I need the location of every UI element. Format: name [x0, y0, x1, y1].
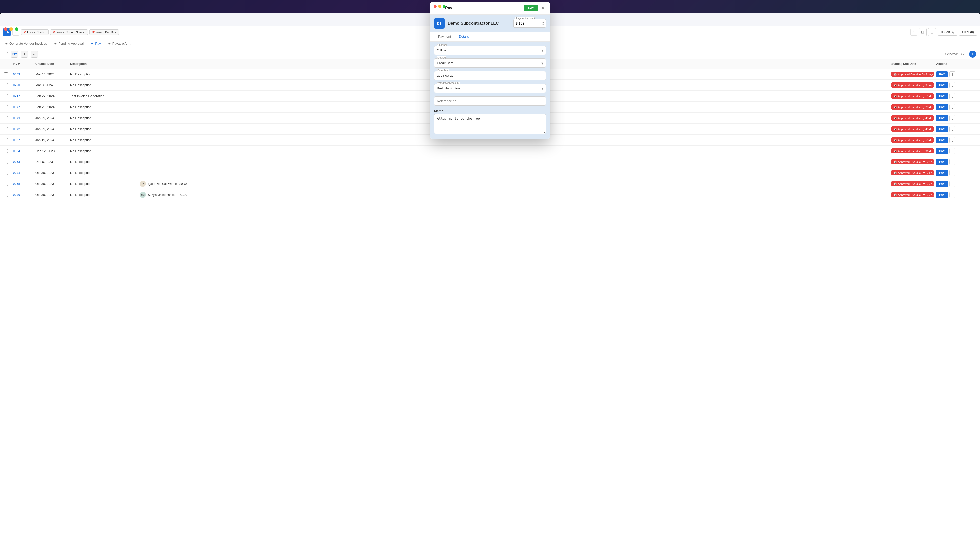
pin-icon: 📌: [23, 31, 26, 34]
inv-number-0063: 0063: [13, 160, 35, 164]
inv-number-0077: 0077: [13, 105, 35, 109]
generate-icon: ✦: [5, 41, 8, 46]
payable-label: Payable An...: [112, 41, 132, 45]
created-date-0072: Jan 29, 2024: [35, 127, 70, 131]
modal-tab-payment[interactable]: Payment: [434, 32, 455, 41]
row-checkbox-0071[interactable]: [4, 116, 8, 120]
invoices-table: Inv # Created Date Description Status | …: [0, 59, 490, 266]
created-date-0077: Feb 23, 2024: [35, 105, 70, 109]
main-close-button[interactable]: [4, 27, 8, 31]
table-row: 0064 Dec 12, 2023 No Description 📅 Appro…: [0, 145, 490, 156]
created-date-0058: Oct 30, 2023: [35, 182, 70, 186]
modal-company-area: DS Demo Subcontractor LLC Payment Amount…: [430, 15, 490, 32]
modal-tab-details[interactable]: Details: [455, 32, 473, 41]
memo-textarea[interactable]: Attachments to the roof.: [434, 114, 490, 134]
description-0071: No Description: [70, 116, 140, 120]
main-content-area: TA ‹ 📌 Invoice Number 📌 Invoice Custom N…: [0, 13, 490, 266]
invoice-due-date-column-tag[interactable]: 📌 Invoice Due Date: [89, 29, 119, 35]
download-icon: ⬇: [23, 52, 26, 56]
select-all-checkbox[interactable]: [4, 52, 8, 56]
download-btn[interactable]: ⬇: [21, 51, 28, 57]
vendor-avatar-0058: IY: [140, 181, 146, 187]
description-0020: No Description: [70, 193, 140, 196]
row-checkbox-0063[interactable]: [4, 160, 8, 164]
pending-icon: ✦: [54, 41, 57, 46]
pay-modal: Pay PAY × DS Demo Subcontractor LLC Paym…: [430, 2, 490, 139]
modal-close-traffic[interactable]: [434, 5, 437, 8]
row-checkbox-0003[interactable]: [4, 72, 8, 76]
table-controls: PAY ⬇ 🖨 Selected: 0 / 72 +: [0, 49, 490, 59]
row-checkbox-0072[interactable]: [4, 127, 8, 131]
invoice-custom-number-column-tag[interactable]: 📌 Invoice Custom Number: [50, 29, 88, 35]
modal-body: Channel Offline Online Check ▾ Method Cr…: [430, 41, 490, 139]
tab-pay[interactable]: ✦ Pay: [90, 38, 102, 49]
row-checkbox-0021[interactable]: [4, 171, 8, 175]
modal-header: Pay PAY ×: [430, 2, 490, 15]
pin-icon-2: 📌: [52, 31, 55, 34]
col-created-date: Created Date: [35, 62, 70, 65]
method-select[interactable]: Credit Card ACH Check Cash: [434, 58, 490, 67]
description-0063: No Description: [70, 160, 140, 164]
row-checkbox-0064[interactable]: [4, 149, 8, 153]
main-expand-button[interactable]: [15, 27, 18, 31]
created-date-0071: Jan 29, 2024: [35, 116, 70, 120]
inv-number-0067: 0067: [13, 138, 35, 142]
row-checkbox-0058[interactable]: [4, 182, 8, 186]
print-btn[interactable]: 🖨: [31, 51, 38, 57]
date-sent-input[interactable]: [434, 71, 490, 80]
tab-generate-invoices[interactable]: ✦ Generate Vendor Invoices: [4, 38, 48, 49]
inv-number-0020: 0020: [13, 193, 35, 196]
withdrawal-account-select[interactable]: Brett Harrington Other Account: [434, 84, 490, 93]
reference-input[interactable]: [434, 96, 490, 106]
invoice-custom-number-label: Invoice Custom Number: [56, 31, 86, 34]
row-checkbox-0067[interactable]: [4, 138, 8, 142]
method-label: Method: [437, 56, 446, 59]
table-row: 0020 Oct 30, 2023 No Description SM Suzy…: [0, 189, 490, 200]
modal-traffic-lights: [434, 5, 446, 8]
description-0717: Test Invoice Generation: [70, 94, 140, 98]
row-checkbox-0020[interactable]: [4, 193, 8, 197]
channel-field: Channel Offline Online Check ▾: [434, 46, 490, 55]
main-window-traffic-lights: [4, 27, 18, 31]
description-0064: No Description: [70, 149, 140, 153]
created-date-0067: Jan 19, 2024: [35, 138, 70, 142]
print-icon: 🖨: [33, 52, 36, 56]
created-date-0717: Feb 27, 2024: [35, 94, 70, 98]
row-checkbox-0717[interactable]: [4, 94, 8, 98]
invoice-number-column-tag[interactable]: 📌 Invoice Number: [21, 29, 49, 35]
description-0067: No Description: [70, 138, 140, 142]
modal-minimize-traffic[interactable]: [438, 5, 441, 8]
tab-payable-an[interactable]: ✦ Payable An...: [107, 38, 132, 49]
created-date-0021: Oct 30, 2023: [35, 171, 70, 175]
table-header-row: Inv # Created Date Description Status | …: [0, 59, 490, 69]
company-avatar: DS: [434, 18, 445, 29]
channel-label: Channel: [437, 44, 447, 46]
created-date-0063: Dec 6, 2023: [35, 160, 70, 164]
inv-number-0064: 0064: [13, 149, 35, 153]
vendor-name-0058: Igall's You Call We Fix: [148, 182, 177, 186]
row-checkbox-0720[interactable]: [4, 83, 8, 87]
payment-tab-label: Payment: [438, 35, 451, 38]
table-row: 0058 Oct 30, 2023 No Description IY Igal…: [0, 179, 490, 189]
modal-tabs: Payment Details: [430, 32, 490, 41]
modal-expand-traffic[interactable]: [443, 5, 446, 8]
main-minimize-button[interactable]: [10, 27, 13, 31]
description-0720: No Description: [70, 83, 140, 87]
description-0077: No Description: [70, 105, 140, 109]
row-checkbox-0077[interactable]: [4, 105, 8, 109]
tab-pending-approval[interactable]: ✦ Pending Approval: [53, 38, 85, 49]
date-sent-field: Date Sent: [434, 71, 490, 80]
table-row: 0063 Dec 6, 2023 No Description 📅 Approv…: [0, 156, 490, 168]
pay-icon: PAY: [12, 53, 17, 56]
reference-field: [434, 96, 490, 106]
description-0072: No Description: [70, 127, 140, 131]
channel-select[interactable]: Offline Online Check: [434, 46, 490, 55]
invoice-due-date-label: Invoice Due Date: [95, 31, 116, 34]
dash-0058: -: [189, 182, 190, 186]
pay-action-btn[interactable]: PAY: [11, 51, 18, 57]
memo-section: Memo Attachments to the roof.: [434, 109, 490, 135]
top-decorative-bar: [0, 0, 490, 13]
company-initials: DS: [437, 22, 442, 26]
withdrawal-account-label: Withdrawal Account: [437, 82, 460, 85]
inv-number-0021: 0021: [13, 171, 35, 175]
